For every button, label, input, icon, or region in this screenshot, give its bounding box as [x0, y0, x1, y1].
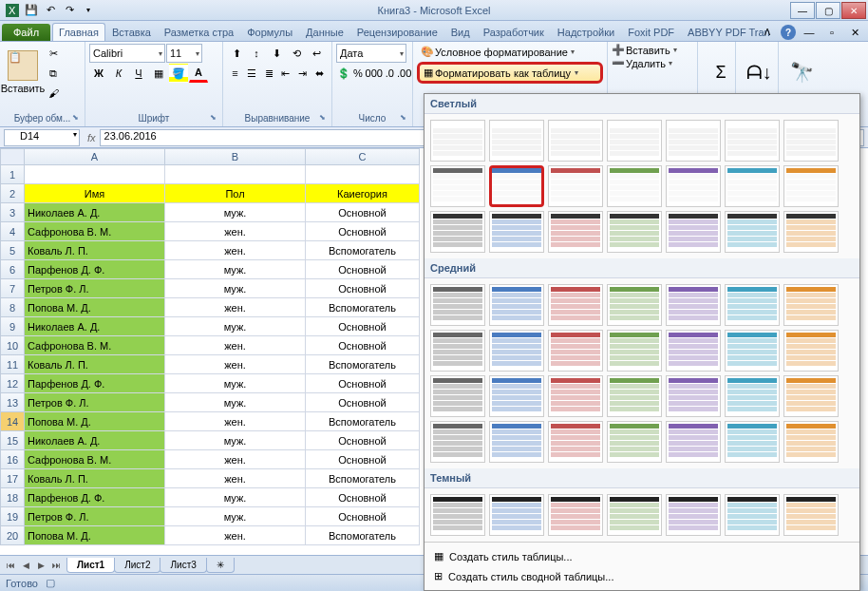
- sheet-tab-2[interactable]: Лист2: [114, 558, 160, 573]
- excel-icon[interactable]: X: [4, 2, 21, 19]
- table-style-swatch[interactable]: [430, 211, 485, 253]
- row-header[interactable]: 10: [0, 336, 25, 355]
- table-style-swatch[interactable]: [666, 165, 721, 207]
- table-style-swatch[interactable]: [607, 330, 662, 372]
- row-header[interactable]: 9: [0, 317, 25, 336]
- row-header[interactable]: 5: [0, 241, 25, 260]
- row-header[interactable]: 7: [0, 279, 25, 298]
- help-icon[interactable]: ?: [781, 25, 796, 40]
- table-style-swatch[interactable]: [725, 165, 780, 207]
- table-style-swatch[interactable]: [783, 375, 839, 417]
- cell[interactable]: [306, 165, 420, 184]
- table-style-swatch[interactable]: [548, 375, 603, 417]
- row-header[interactable]: 18: [0, 488, 25, 507]
- align-left-icon[interactable]: ≡: [227, 64, 243, 83]
- table-style-swatch[interactable]: [783, 421, 839, 463]
- cell[interactable]: Основной: [306, 488, 420, 507]
- table-style-swatch[interactable]: [607, 120, 662, 162]
- cell[interactable]: Вспомогатель: [306, 355, 420, 374]
- table-style-swatch[interactable]: [666, 421, 721, 463]
- window-close-icon[interactable]: ✕: [845, 23, 864, 42]
- cell[interactable]: жен.: [165, 412, 306, 431]
- cell[interactable]: Парфенов Д. Ф.: [25, 260, 165, 279]
- cell[interactable]: Коваль Л. П.: [25, 355, 165, 374]
- cell[interactable]: Парфенов Д. Ф.: [25, 374, 165, 393]
- col-header-b[interactable]: B: [165, 148, 306, 165]
- tab-home[interactable]: Главная: [52, 23, 105, 41]
- row-header[interactable]: 11: [0, 355, 25, 374]
- font-color-button[interactable]: A: [189, 64, 208, 83]
- bold-button[interactable]: Ж: [89, 64, 108, 83]
- align-top-icon[interactable]: ⬆: [227, 44, 246, 63]
- cell[interactable]: Парфенов Д. Ф.: [25, 488, 165, 507]
- table-style-swatch[interactable]: [430, 494, 485, 536]
- save-icon[interactable]: 💾: [23, 2, 40, 19]
- table-style-swatch[interactable]: [489, 421, 544, 463]
- row-header[interactable]: 13: [0, 393, 25, 412]
- format-painter-icon[interactable]: 🖌: [44, 84, 63, 103]
- tab-nav-first-icon[interactable]: ⏮: [4, 559, 17, 572]
- row-header[interactable]: 20: [0, 526, 25, 545]
- table-style-swatch[interactable]: [666, 375, 721, 417]
- tab-data[interactable]: Данные: [299, 23, 350, 41]
- row-header[interactable]: 16: [0, 450, 25, 469]
- cell[interactable]: [25, 165, 165, 184]
- tab-layout[interactable]: Разметка стра: [158, 23, 240, 41]
- cell[interactable]: [165, 165, 306, 184]
- insert-cells-button[interactable]: ➕Вставить▾: [612, 44, 693, 56]
- table-style-swatch[interactable]: [548, 211, 603, 253]
- cell[interactable]: муж.: [165, 317, 306, 336]
- table-style-swatch[interactable]: [725, 330, 780, 372]
- copy-icon[interactable]: ⧉: [44, 64, 63, 83]
- new-sheet-tab[interactable]: ✳: [206, 558, 235, 573]
- table-style-swatch[interactable]: [783, 284, 839, 326]
- cell[interactable]: Пол: [165, 184, 306, 203]
- cell[interactable]: Основной: [306, 450, 420, 469]
- table-style-swatch[interactable]: [666, 120, 721, 162]
- cell[interactable]: Петров Ф. Л.: [25, 393, 165, 412]
- align-bottom-icon[interactable]: ⬇: [267, 44, 286, 63]
- table-style-swatch[interactable]: [607, 165, 662, 207]
- increase-decimal-icon[interactable]: .0: [385, 64, 395, 83]
- cell[interactable]: Попова М. Д.: [25, 298, 165, 317]
- table-style-swatch[interactable]: [489, 165, 544, 207]
- table-style-swatch[interactable]: [607, 211, 662, 253]
- row-header[interactable]: 14: [0, 412, 25, 431]
- table-style-swatch[interactable]: [666, 211, 721, 253]
- tab-insert[interactable]: Вставка: [105, 23, 158, 41]
- cell[interactable]: Попова М. Д.: [25, 412, 165, 431]
- undo-icon[interactable]: ↶: [42, 2, 59, 19]
- table-style-swatch[interactable]: [607, 421, 662, 463]
- underline-button[interactable]: Ч: [129, 64, 148, 83]
- new-pivot-style-button[interactable]: ⊞Создать стиль сводной таблицы...: [428, 566, 856, 586]
- table-style-swatch[interactable]: [548, 284, 603, 326]
- window-minimize-icon[interactable]: —: [800, 23, 819, 42]
- table-style-swatch[interactable]: [430, 165, 485, 207]
- align-middle-icon[interactable]: ↕: [247, 44, 266, 63]
- table-style-swatch[interactable]: [548, 330, 603, 372]
- cell[interactable]: муж.: [165, 507, 306, 526]
- cell[interactable]: Основной: [306, 374, 420, 393]
- currency-icon[interactable]: 💲: [336, 64, 351, 83]
- table-style-swatch[interactable]: [783, 165, 839, 207]
- cell[interactable]: муж.: [165, 488, 306, 507]
- cell[interactable]: жен.: [165, 526, 306, 545]
- cell[interactable]: жен.: [165, 336, 306, 355]
- conditional-formatting-button[interactable]: 🎨 Условное форматирование▾: [417, 44, 603, 60]
- row-header[interactable]: 4: [0, 222, 25, 241]
- tab-nav-prev-icon[interactable]: ◀: [19, 559, 32, 572]
- cell[interactable]: Петров Ф. Л.: [25, 507, 165, 526]
- orientation-icon[interactable]: ⟲: [287, 44, 306, 63]
- cell[interactable]: жен.: [165, 241, 306, 260]
- tab-developer[interactable]: Разработчик: [477, 23, 551, 41]
- tab-nav-last-icon[interactable]: ⏭: [49, 559, 63, 572]
- col-header-a[interactable]: A: [25, 148, 165, 165]
- fx-icon[interactable]: fx: [87, 132, 96, 143]
- table-style-swatch[interactable]: [783, 211, 839, 253]
- table-style-swatch[interactable]: [783, 494, 839, 536]
- tab-formulas[interactable]: Формулы: [240, 23, 299, 41]
- cell[interactable]: Основной: [306, 336, 420, 355]
- table-style-swatch[interactable]: [489, 120, 544, 162]
- cell[interactable]: жен.: [165, 222, 306, 241]
- cell[interactable]: Основной: [306, 431, 420, 450]
